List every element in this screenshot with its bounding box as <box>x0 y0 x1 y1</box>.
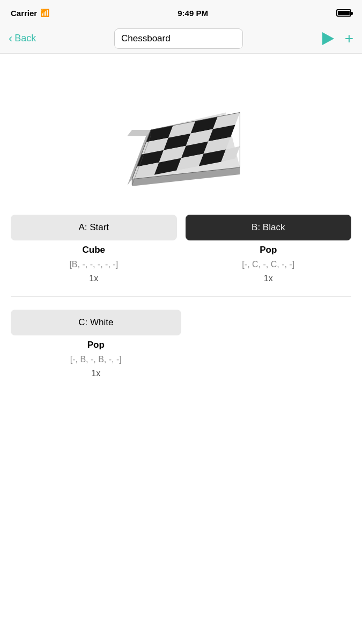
play-icon <box>321 31 335 46</box>
card-a-count: 1x <box>89 274 98 283</box>
battery-icon <box>336 9 351 17</box>
card-row-ab: A: Start Cube [B, -, -, -, -, -] 1x B: B… <box>11 215 351 283</box>
back-button[interactable]: ‹ Back <box>9 33 36 45</box>
card-b-header[interactable]: B: Black <box>186 215 352 240</box>
chessboard-visual <box>0 54 362 215</box>
card-b-type: Pop <box>260 245 277 255</box>
card-row-c: C: White Pop [-, B, -, B, -, -] 1x <box>11 310 181 378</box>
divider-1 <box>11 296 351 297</box>
back-chevron-icon: ‹ <box>9 33 12 45</box>
title-input[interactable] <box>114 28 243 49</box>
wifi-icon: 📶 <box>40 9 49 17</box>
card-c-sequence: [-, B, -, B, -, -] <box>70 355 122 364</box>
card-c: C: White Pop [-, B, -, B, -, -] 1x <box>11 310 181 378</box>
card-b-sequence: [-, C, -, C, -, -] <box>242 260 294 269</box>
content-area: A: Start Cube [B, -, -, -, -, -] 1x B: B… <box>0 215 362 413</box>
nav-bar: ‹ Back + <box>0 24 362 54</box>
card-c-count: 1x <box>91 369 100 378</box>
card-a-sequence: [B, -, -, -, -, -] <box>69 260 118 269</box>
plus-button[interactable]: + <box>345 31 353 46</box>
carrier-text: Carrier <box>11 9 37 18</box>
card-a-type: Cube <box>83 245 106 255</box>
card-a: A: Start Cube [B, -, -, -, -, -] 1x <box>11 215 177 283</box>
chessboard-svg <box>106 78 256 196</box>
card-b: B: Black Pop [-, C, -, C, -, -] 1x <box>186 215 352 283</box>
card-c-header[interactable]: C: White <box>11 310 181 335</box>
nav-actions: + <box>321 31 353 46</box>
card-c-type: Pop <box>87 340 105 350</box>
status-bar: Carrier 📶 9:49 PM <box>0 0 362 24</box>
card-a-header[interactable]: A: Start <box>11 215 177 240</box>
carrier-label: Carrier 📶 <box>11 9 49 18</box>
play-button[interactable] <box>321 31 335 46</box>
time-label: 9:49 PM <box>178 9 208 18</box>
back-label: Back <box>14 33 36 44</box>
svg-marker-0 <box>322 32 334 45</box>
card-b-count: 1x <box>264 274 273 283</box>
battery-container <box>336 9 351 17</box>
